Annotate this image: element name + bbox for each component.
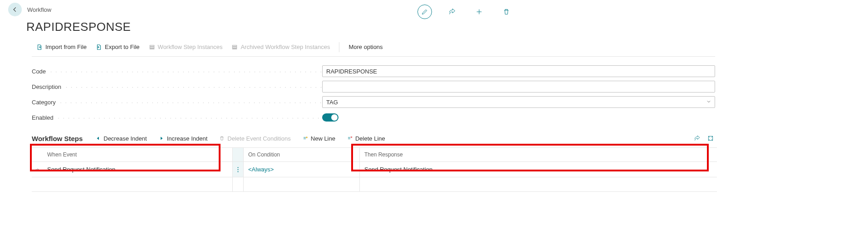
back-button[interactable] xyxy=(8,3,22,16)
archive-icon xyxy=(231,44,238,50)
description-field[interactable] xyxy=(322,81,715,93)
increase-indent-button[interactable]: Increase Indent xyxy=(157,134,210,143)
section-expand-button[interactable] xyxy=(706,134,715,143)
plus-icon xyxy=(476,8,483,15)
expand-icon xyxy=(707,135,714,141)
trash-icon xyxy=(503,8,510,15)
new-line-icon xyxy=(303,136,308,141)
grid-row[interactable]: Send Request Notification <Always> Send … xyxy=(32,162,717,177)
archived-workflow-step-instances-button[interactable]: Archived Workflow Step Instances xyxy=(227,42,334,52)
import-from-file-button[interactable]: Import from File xyxy=(32,42,91,52)
decrease-indent-button[interactable]: Decrease Indent xyxy=(93,134,148,143)
new-button[interactable] xyxy=(472,5,486,19)
toolbar-label: Decrease Indent xyxy=(103,135,147,142)
trash-icon xyxy=(219,136,225,141)
toolbar-separator xyxy=(339,42,339,52)
toolbar-label: Import from File xyxy=(45,44,87,50)
cell-when-event[interactable]: Send Request Notification xyxy=(43,162,232,177)
triangle-left-icon xyxy=(95,136,101,141)
toolbar-label: Delete Event Conditions xyxy=(227,135,290,142)
description-label: Description xyxy=(32,83,322,90)
toolbar-label: Export to File xyxy=(105,44,140,50)
more-options-button[interactable]: More options xyxy=(344,42,387,52)
code-field[interactable] xyxy=(322,65,715,77)
pencil-icon xyxy=(421,8,428,15)
page-title: RAPIDRESPONSE xyxy=(26,20,868,34)
code-label: Code xyxy=(32,68,322,75)
toolbar-label: Workflow Step Instances xyxy=(158,44,223,50)
toolbar-label: Archived Workflow Step Instances xyxy=(240,44,330,50)
delete-line-button[interactable]: Delete Line xyxy=(345,134,387,143)
share-icon xyxy=(448,8,456,15)
section-share-button[interactable] xyxy=(692,134,701,143)
enabled-label: Enabled xyxy=(32,114,322,121)
svg-point-9 xyxy=(237,171,238,172)
new-line-button[interactable]: New Line xyxy=(301,134,337,143)
toggle-knob xyxy=(331,114,338,121)
svg-rect-1 xyxy=(150,47,154,48)
delete-line-icon xyxy=(347,136,353,141)
svg-rect-4 xyxy=(233,47,237,48)
delete-button[interactable] xyxy=(499,5,514,19)
column-when-event: When Event xyxy=(43,148,232,161)
column-on-condition: On Condition xyxy=(243,148,359,161)
grid-empty-row[interactable] xyxy=(32,177,717,192)
delete-event-conditions-button[interactable]: Delete Event Conditions xyxy=(217,134,292,143)
section-title: Workflow Steps xyxy=(32,135,83,142)
toolbar-label: New Line xyxy=(311,135,335,142)
row-menu-button[interactable] xyxy=(232,162,243,177)
cell-on-condition[interactable]: <Always> xyxy=(243,162,359,177)
row-expand-button[interactable] xyxy=(32,162,43,177)
svg-rect-3 xyxy=(233,45,237,46)
enabled-toggle[interactable] xyxy=(322,113,338,122)
workflow-steps-grid: When Event On Condition Then Response Se… xyxy=(32,147,717,192)
svg-rect-2 xyxy=(150,48,154,49)
toolbar-label: More options xyxy=(348,44,383,50)
category-label: Category xyxy=(32,99,322,106)
page-toolbar: Import from File Export to File Workflow… xyxy=(32,39,715,57)
share-icon xyxy=(694,135,700,141)
svg-point-7 xyxy=(237,167,238,168)
svg-point-8 xyxy=(237,169,238,170)
arrow-left-icon xyxy=(12,6,18,13)
file-import-icon xyxy=(36,44,43,50)
breadcrumb: Workflow xyxy=(27,6,51,13)
svg-rect-0 xyxy=(150,45,154,46)
kebab-icon xyxy=(237,166,239,173)
triangle-right-icon xyxy=(159,136,164,141)
toolbar-label: Delete Line xyxy=(355,135,385,142)
share-button[interactable] xyxy=(445,5,459,19)
column-then-response: Then Response xyxy=(359,148,717,161)
arrow-right-icon xyxy=(34,167,40,172)
grid-header: When Event On Condition Then Response xyxy=(32,147,717,162)
cell-then-response[interactable]: Send Request Notification xyxy=(359,162,717,177)
export-to-file-button[interactable]: Export to File xyxy=(91,42,144,52)
workflow-step-instances-button[interactable]: Workflow Step Instances xyxy=(144,42,227,52)
list-icon xyxy=(149,44,155,50)
svg-rect-5 xyxy=(233,48,237,49)
toolbar-label: Increase Indent xyxy=(167,135,208,142)
file-export-icon xyxy=(96,44,102,50)
category-field[interactable] xyxy=(322,96,715,108)
edit-button[interactable] xyxy=(417,5,432,19)
